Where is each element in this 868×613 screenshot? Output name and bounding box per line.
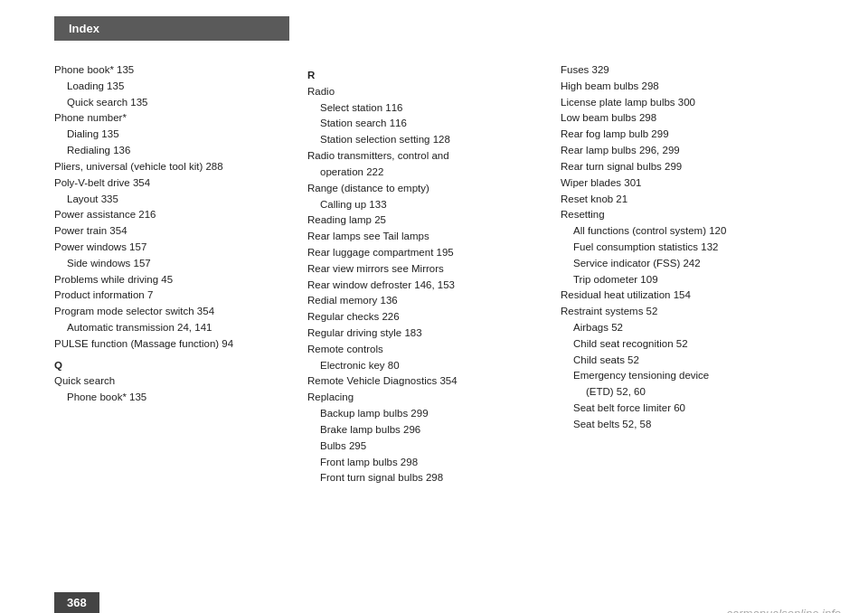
list-item: Wiper blades 301 (561, 175, 805, 192)
list-item: Automatic transmission 24, 141 (54, 320, 298, 336)
list-item: Layout 335 (54, 192, 298, 208)
list-item: Seat belts 52, 58 (561, 417, 805, 433)
list-item: Radio transmitters, control and (307, 148, 552, 165)
list-item: Quick search (54, 373, 298, 390)
content-area: Phone book* 135Loading 135Quick search 1… (54, 62, 814, 486)
list-item: Select station 116 (307, 100, 552, 117)
list-item: Problems while driving 45 (54, 272, 298, 288)
list-item: Remote controls (307, 342, 552, 358)
list-item: Seat belt force limiter 60 (561, 401, 805, 417)
list-item: Radio (307, 84, 552, 100)
list-item: Restraint systems 52 (561, 304, 805, 320)
column-1: Phone book* 135Loading 135Quick search 1… (54, 62, 307, 486)
column-2: RRadioSelect station 116Station search 1… (307, 62, 561, 486)
list-item: Front turn signal bulbs 298 (307, 470, 552, 486)
page-number: 368 (54, 592, 99, 613)
list-item: Fuel consumption statistics 132 (561, 240, 805, 256)
list-item: Dialing 135 (54, 127, 298, 143)
list-item: Remote Vehicle Diagnostics 354 (307, 373, 552, 390)
list-item: Rear luggage compartment 195 (307, 245, 552, 261)
list-item: Regular checks 226 (307, 309, 552, 325)
list-item: (ETD) 52, 60 (561, 384, 805, 401)
list-item: Resetting (561, 207, 805, 223)
list-item: Replacing (307, 390, 552, 406)
list-item: Power train 354 (54, 223, 298, 240)
list-item: Rear fog lamp bulb 299 (561, 127, 805, 143)
list-item: Brake lamp bulbs 296 (307, 422, 552, 439)
list-item: Power assistance 216 (54, 207, 298, 223)
list-item: operation 222 (307, 165, 552, 181)
list-item: R (307, 68, 552, 84)
list-item: Phone book* 135 (54, 62, 298, 79)
list-item: Reading lamp 25 (307, 212, 552, 229)
list-item: Quick search 135 (54, 95, 298, 111)
list-item: Electronic key 80 (307, 358, 552, 374)
list-item: Child seat recognition 52 (561, 336, 805, 353)
list-item: Residual heat utilization 154 (561, 288, 805, 304)
index-title: Index (69, 22, 99, 35)
list-item: Trip odometer 109 (561, 272, 805, 288)
list-item: PULSE function (Massage function) 94 (54, 336, 298, 353)
index-header: Index (54, 16, 289, 41)
list-item: Rear window defroster 146, 153 (307, 278, 552, 294)
list-item: Fuses 329 (561, 62, 805, 79)
list-item: Service indicator (FSS) 242 (561, 256, 805, 272)
list-item: Rear turn signal bulbs 299 (561, 159, 805, 175)
list-item: Regular driving style 183 (307, 325, 552, 342)
list-item: Side windows 157 (54, 256, 298, 272)
list-item: Bulbs 295 (307, 439, 552, 455)
list-item: Range (distance to empty) (307, 181, 552, 197)
list-item: Child seats 52 (561, 353, 805, 369)
column-3: Fuses 329High beam bulbs 298License plat… (561, 62, 814, 486)
list-item: Station selection setting 128 (307, 132, 552, 148)
page-container: Index Phone book* 135Loading 135Quick se… (0, 16, 868, 613)
watermark: carmanualsonline.info (727, 607, 841, 613)
list-item: Airbags 52 (561, 320, 805, 336)
list-item: Emergency tensioning device (561, 368, 805, 384)
list-item: Phone book* 135 (54, 390, 298, 406)
list-item: All functions (control system) 120 (561, 223, 805, 240)
list-item: Program mode selector switch 354 (54, 304, 298, 320)
list-item: Station search 116 (307, 116, 552, 132)
list-item: Calling up 133 (307, 197, 552, 213)
list-item: Rear view mirrors see Mirrors (307, 261, 552, 278)
list-item: Low beam bulbs 298 (561, 110, 805, 127)
list-item: License plate lamp bulbs 300 (561, 95, 805, 111)
list-item: Power windows 157 (54, 240, 298, 256)
list-item: Rear lamps see Tail lamps (307, 229, 552, 245)
list-item: Backup lamp bulbs 299 (307, 406, 552, 422)
list-item: Redial memory 136 (307, 293, 552, 309)
list-item: Loading 135 (54, 79, 298, 95)
list-item: Q (54, 358, 298, 374)
list-item: Poly-V-belt drive 354 (54, 175, 298, 192)
list-item: Phone number* (54, 110, 298, 127)
list-item: Redialing 136 (54, 143, 298, 159)
list-item: High beam bulbs 298 (561, 79, 805, 95)
list-item: Front lamp bulbs 298 (307, 455, 552, 471)
list-item: Product information 7 (54, 288, 298, 304)
list-item: Reset knob 21 (561, 192, 805, 208)
list-item: Rear lamp bulbs 296, 299 (561, 143, 805, 159)
list-item: Pliers, universal (vehicle tool kit) 288 (54, 159, 298, 175)
